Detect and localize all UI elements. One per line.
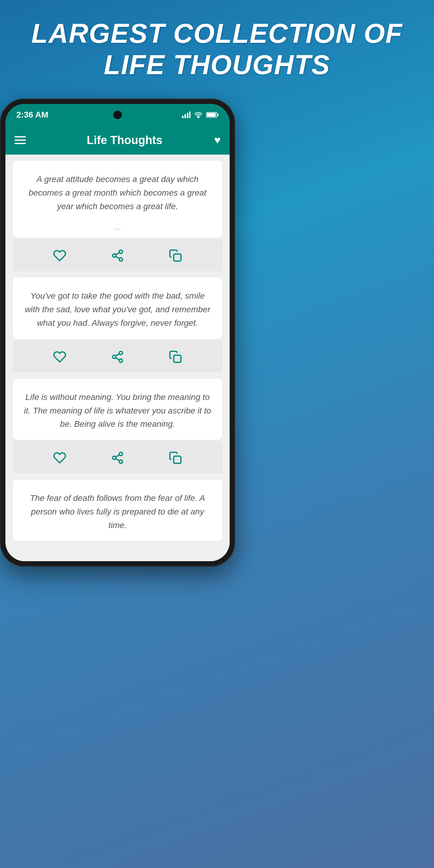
svg-rect-7 [217,114,218,116]
page-header: LARGEST COLLECTION OF LIFE THOUGHTS [0,18,434,81]
svg-point-15 [113,355,116,358]
svg-rect-13 [174,254,181,261]
svg-point-10 [119,258,123,261]
wifi-icon [194,112,203,118]
quote-card-1: A great attitude becomes a great day whi… [13,161,222,271]
quote-actions-3 [13,442,222,473]
svg-point-20 [119,453,123,456]
svg-rect-0 [182,116,184,118]
svg-point-22 [119,460,123,464]
svg-rect-3 [189,112,190,118]
svg-point-4 [198,117,199,118]
svg-line-23 [116,459,120,461]
battery-icon [206,112,219,118]
quote-card-2: You've got to take the good with the bad… [13,277,222,372]
like-button-3[interactable] [50,448,69,467]
svg-line-12 [116,253,120,255]
share-icon-3 [111,451,124,464]
quote-actions-1 [13,240,222,271]
phone-frame: 2:36 AM [0,98,235,567]
svg-point-8 [119,250,123,253]
like-button-2[interactable] [50,347,69,367]
quote-actions-2 [13,341,222,373]
copy-button-1[interactable] [166,246,185,265]
quote-text-3: Life is without meaning. You bring the m… [13,378,222,440]
copy-button-2[interactable] [166,347,185,367]
share-icon-1 [111,249,124,262]
svg-point-21 [113,456,116,460]
menu-button[interactable] [14,136,26,144]
svg-rect-1 [184,114,186,118]
quote-card-3: Life is without meaning. You bring the m… [13,378,222,473]
svg-point-9 [113,254,116,257]
svg-line-11 [116,256,120,258]
page-title: LARGEST COLLECTION OF LIFE THOUGHTS [24,18,410,81]
svg-rect-25 [174,456,181,464]
camera-notch [113,111,122,119]
copy-button-3[interactable] [166,448,185,467]
share-button-3[interactable] [108,448,127,467]
svg-rect-6 [207,113,216,117]
svg-point-14 [119,351,123,354]
phone-screen: 2:36 AM [5,104,230,561]
like-button-1[interactable] [50,246,69,265]
share-button-2[interactable] [108,347,127,367]
favorites-button[interactable]: ♥ [214,134,221,147]
share-icon-2 [111,350,124,364]
svg-point-16 [119,359,123,362]
svg-line-18 [116,354,120,356]
svg-rect-2 [187,113,188,118]
quotes-list: A great attitude becomes a great day whi… [5,155,230,561]
app-bar: Life Thoughts ♥ [5,126,230,155]
quote-ellipsis-1: ... [13,222,222,238]
share-button-1[interactable] [108,246,127,265]
quote-text-card-4: The fear of death follows from the fear … [13,479,222,541]
quote-text-2: You've got to take the good with the bad… [13,277,222,339]
copy-icon-1 [169,249,182,262]
status-time: 2:36 AM [16,110,48,120]
heart-icon-2 [53,350,66,364]
signal-icon [182,112,190,118]
quote-text-4: The fear of death follows from the fear … [13,479,222,541]
svg-line-24 [116,455,120,457]
page-wrapper: LARGEST COLLECTION OF LIFE THOUGHTS 2:36… [0,18,434,567]
status-bar: 2:36 AM [5,104,230,126]
copy-icon-3 [169,451,182,464]
quote-text-1: A great attitude becomes a great day whi… [13,161,222,222]
svg-line-17 [116,358,120,360]
heart-icon-1 [53,249,66,262]
quote-card-4: The fear of death follows from the fear … [13,479,222,543]
quote-text-card-1: A great attitude becomes a great day whi… [13,161,222,238]
quote-text-card-2: You've got to take the good with the bad… [13,277,222,339]
app-title: Life Thoughts [35,134,214,147]
svg-rect-19 [174,355,181,362]
copy-icon-2 [169,350,182,364]
quote-text-card-3: Life is without meaning. You bring the m… [13,378,222,440]
heart-icon-3 [53,451,66,464]
status-icons [182,112,219,118]
